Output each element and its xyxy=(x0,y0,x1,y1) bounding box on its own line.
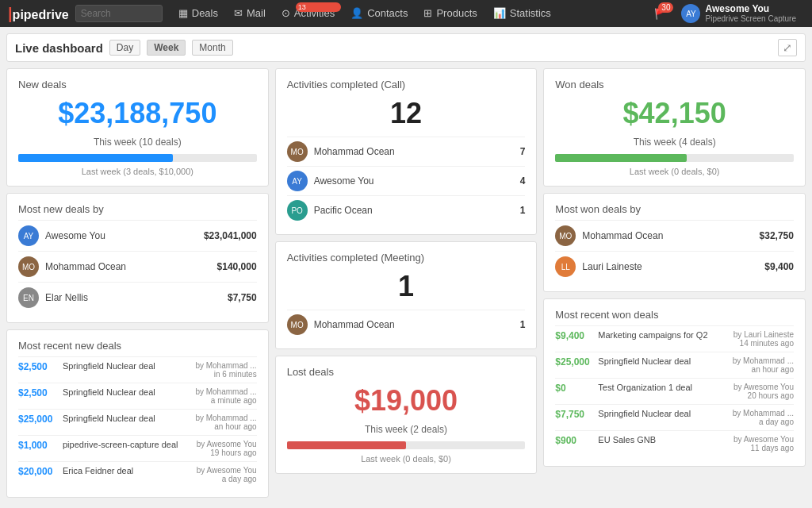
dashboard-grid: New deals $23,188,750 This week (10 deal… xyxy=(6,68,806,498)
bar-chart-icon: ▦ xyxy=(178,7,188,19)
avatar-mohammad-call: MO xyxy=(287,141,308,162)
call-person-name-0: Mohammad Ocean xyxy=(314,146,514,157)
user-menu[interactable]: AY Awesome You Pipedrive Screen Capture xyxy=(673,0,804,27)
won-deals-card: Won deals $42,150 This week (4 deals) La… xyxy=(543,68,806,187)
recent-deal-by-0: by Mohammad ...in 6 minutes xyxy=(195,361,256,379)
mail-icon: ✉ xyxy=(234,7,243,19)
recent-deal-amount-4: $20,000 xyxy=(18,466,58,477)
most-won-deals-list: MO Mohammad Ocean $32,750 LL Lauri Laine… xyxy=(555,220,794,282)
nav-item-mail[interactable]: ✉ Mail xyxy=(226,0,274,27)
deal-person-amount-1: $140,000 xyxy=(217,261,257,272)
activities-call-card: Activities completed (Call) 12 MO Mohamm… xyxy=(275,68,538,235)
call-person-count-0: 7 xyxy=(520,146,526,157)
activities-meeting-card: Activities completed (Meeting) 1 MO Moha… xyxy=(275,241,538,349)
new-deals-amount: $23,188,750 xyxy=(18,97,257,130)
meeting-person-count-0: 1 xyxy=(520,319,526,330)
lost-deals-title: Lost deals xyxy=(287,366,526,378)
nav-item-activities[interactable]: ⊙ Activities 13 xyxy=(274,0,343,27)
deal-person-amount-0: $23,041,000 xyxy=(204,230,257,241)
lost-deals-subtitle: This week (2 deals) xyxy=(287,424,526,435)
recent-new-deals-list: $2,500 Springfield Nuclear deal by Moham… xyxy=(18,356,257,487)
recent-deal-row-0: $2,500 Springfield Nuclear deal by Moham… xyxy=(18,356,257,383)
call-person-row-1: AY Awesome You 4 xyxy=(287,166,526,195)
most-new-deals-card: Most new deals by AY Awesome You $23,041… xyxy=(6,193,269,323)
day-button[interactable]: Day xyxy=(109,40,140,56)
won-deals-progress-wrap xyxy=(555,154,794,162)
recent-won-by-2: by Awesome You20 hours ago xyxy=(733,383,794,400)
recent-won-row-3: $7,750 Springfield Nuclear deal by Moham… xyxy=(555,404,794,430)
flag-badge: 30 xyxy=(658,2,673,13)
recent-deal-name-4: Erica Feidner deal xyxy=(63,466,192,475)
nav-label-mail: Mail xyxy=(247,7,266,19)
avatar-mohammad-ocean-0: MO xyxy=(18,256,39,277)
call-person-row-2: PO Pacific Ocean 1 xyxy=(287,195,526,225)
nav-item-contacts[interactable]: 👤 Contacts xyxy=(343,0,416,27)
lost-deals-progress-bar xyxy=(287,441,406,449)
most-won-deals-title: Most won deals by xyxy=(555,203,794,215)
lost-deals-card: Lost deals $19,000 This week (2 deals) L… xyxy=(275,356,538,474)
avatar-pacific-call: PO xyxy=(287,200,308,221)
recent-won-amount-1: $25,000 xyxy=(555,356,593,368)
call-person-row-0: MO Mohammad Ocean 7 xyxy=(287,137,526,166)
search-input[interactable] xyxy=(75,5,163,22)
user-name: Awesome You xyxy=(705,3,796,14)
recent-deal-amount-0: $2,500 xyxy=(18,361,58,372)
recent-won-name-1: Springfield Nuclear deal xyxy=(598,356,727,366)
won-deals-title: Won deals xyxy=(555,79,794,90)
col-3: Won deals $42,150 This week (4 deals) La… xyxy=(543,68,806,498)
recent-deal-row-1: $2,500 Springfield Nuclear deal by Moham… xyxy=(18,383,257,409)
deal-person-name-1: Mohammad Ocean xyxy=(45,261,211,272)
activities-call-list: MO Mohammad Ocean 7 AY Awesome You 4 PO … xyxy=(287,137,526,225)
recent-won-amount-0: $9,400 xyxy=(555,330,593,341)
avatar-mohammad-won: MO xyxy=(555,225,576,246)
recent-won-name-2: Test Organization 1 deal xyxy=(598,383,729,392)
meeting-person-name-0: Mohammad Ocean xyxy=(314,319,514,330)
recent-won-by-4: by Awesome You11 days ago xyxy=(733,435,794,452)
recent-deal-amount-3: $1,000 xyxy=(18,440,58,451)
lost-deals-progress-wrap xyxy=(287,441,526,449)
activities-badge: 13 xyxy=(296,2,341,12)
expand-button[interactable]: ⤢ xyxy=(778,39,797,56)
recent-won-row-4: $900 EU Sales GNB by Awesome You11 days … xyxy=(555,430,794,456)
recent-deal-by-4: by Awesome Youa day ago xyxy=(197,466,257,483)
activity-icon: ⊙ xyxy=(282,7,290,19)
recent-deal-row-2: $25,000 Springfield Nuclear deal by Moha… xyxy=(18,409,257,435)
recent-deal-by-2: by Mohammad ...an hour ago xyxy=(195,414,256,431)
nav-item-statistics[interactable]: 📊 Statistics xyxy=(485,0,559,27)
recent-new-deals-title: Most recent new deals xyxy=(18,340,257,352)
activities-meeting-title: Activities completed (Meeting) xyxy=(287,252,526,264)
recent-won-name-0: Marketing campaigns for Q2 xyxy=(598,330,728,340)
recent-won-row-1: $25,000 Springfield Nuclear deal by Moha… xyxy=(555,352,794,378)
topnav: |pipedrive ▦ Deals ✉ Mail ⊙ Activities 1… xyxy=(0,0,812,27)
recent-won-name-4: EU Sales GNB xyxy=(598,435,729,444)
deal-person-name-2: Elar Nellis xyxy=(45,292,221,303)
recent-won-amount-3: $7,750 xyxy=(555,409,593,420)
recent-won-by-1: by Mohammad ...an hour ago xyxy=(733,356,794,374)
recent-deal-name-0: Springfield Nuclear deal xyxy=(63,361,190,371)
month-button[interactable]: Month xyxy=(192,40,232,56)
nav-item-products[interactable]: ⊞ Products xyxy=(416,0,485,27)
recent-won-deals-list: $9,400 Marketing campaigns for Q2 by Lau… xyxy=(555,325,794,456)
week-button[interactable]: Week xyxy=(147,40,186,56)
user-sub: Pipedrive Screen Capture xyxy=(705,14,796,24)
nav-item-deals[interactable]: ▦ Deals xyxy=(170,0,226,27)
recent-won-row-0: $9,400 Marketing campaigns for Q2 by Lau… xyxy=(555,325,794,352)
avatar-elar-nellis: EN xyxy=(18,287,39,308)
nav-label-contacts: Contacts xyxy=(367,7,408,19)
nav-right: 🚩 30 AY Awesome You Pipedrive Screen Cap… xyxy=(648,0,804,27)
most-won-deals-card: Most won deals by MO Mohammad Ocean $32,… xyxy=(543,193,806,292)
nav-label-products: Products xyxy=(436,7,477,19)
notifications-flag[interactable]: 🚩 30 xyxy=(648,0,673,27)
most-won-deal-row-1: LL Lauri Laineste $9,400 xyxy=(555,251,794,282)
most-won-deal-row-0: MO Mohammad Ocean $32,750 xyxy=(555,220,794,251)
logo[interactable]: |pipedrive xyxy=(8,5,69,23)
dashboard-header: Live dashboard Day Week Month ⤢ xyxy=(6,33,806,62)
most-new-deal-row-2: EN Elar Nellis $7,750 xyxy=(18,282,257,313)
nav-label-deals: Deals xyxy=(192,7,218,19)
recent-won-by-3: by Mohammad ...a day ago xyxy=(733,409,794,426)
new-deals-card: New deals $23,188,750 This week (10 deal… xyxy=(6,68,269,187)
recent-deal-name-1: Springfield Nuclear deal xyxy=(63,387,190,397)
recent-deal-by-3: by Awesome You19 hours ago xyxy=(197,440,257,457)
recent-won-name-3: Springfield Nuclear deal xyxy=(598,409,727,418)
avatar-awesome-call: AY xyxy=(287,171,308,191)
